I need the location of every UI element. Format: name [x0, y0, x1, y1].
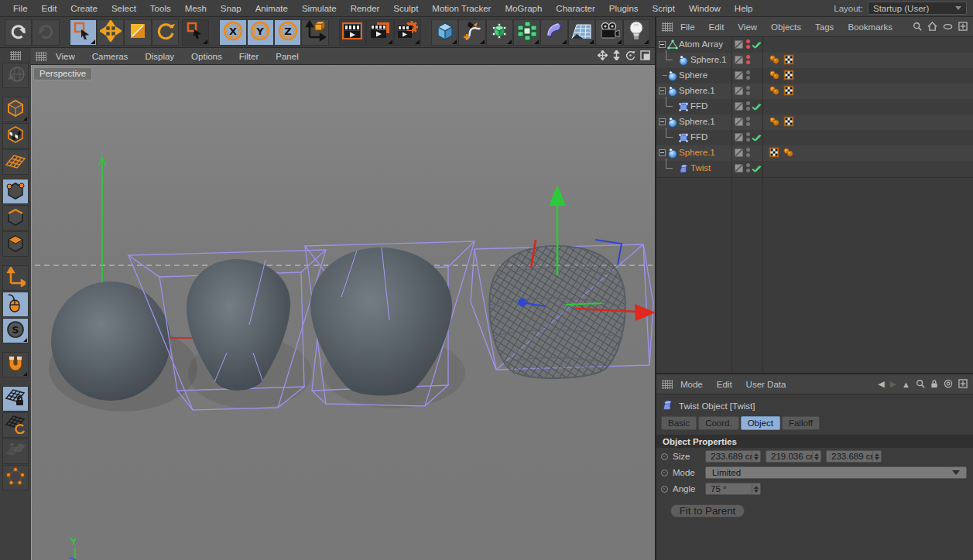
editor-visibility-dot[interactable] [746, 163, 750, 167]
menu-motion-tracker[interactable]: Motion Tracker [425, 4, 498, 13]
enable-snap-button[interactable] [2, 352, 29, 377]
target-icon[interactable] [944, 379, 953, 390]
om-menu-bookmarks[interactable]: Bookmarks [841, 22, 899, 32]
tab-object[interactable]: Object [741, 416, 780, 430]
om-menu-tags[interactable]: Tags [809, 22, 840, 32]
texture-tag-icon[interactable] [783, 54, 794, 67]
layer-icon[interactable] [735, 56, 743, 66]
object-label[interactable]: Atom Array [679, 39, 723, 49]
forward-icon[interactable]: ▶ [890, 379, 896, 389]
object-label[interactable]: Sphere [679, 70, 707, 80]
phong-tag-icon[interactable] [769, 70, 780, 82]
home-icon[interactable] [927, 22, 937, 32]
z-axis-handle[interactable] [519, 299, 527, 307]
add-panel-icon[interactable] [958, 22, 968, 32]
editor-visibility-dot[interactable] [746, 132, 750, 136]
add-camera-button[interactable] [595, 19, 622, 46]
add-floor-button[interactable] [568, 19, 595, 46]
render-visibility-dot[interactable] [746, 91, 750, 95]
object-label[interactable]: Twist [690, 163, 711, 172]
up-icon[interactable]: ▲ [902, 380, 910, 389]
am-menu-user-data[interactable]: User Data [740, 380, 793, 389]
drag-handle[interactable] [662, 22, 673, 32]
om-menu-edit[interactable]: Edit [703, 22, 731, 32]
am-menu-edit[interactable]: Edit [711, 380, 738, 389]
menu-snap[interactable]: Snap [214, 4, 248, 13]
viewport-mode-button[interactable] [2, 292, 29, 317]
render-visibility-dot[interactable] [746, 122, 750, 126]
layer-icon[interactable] [735, 40, 743, 50]
size-y-field[interactable]: 219.036 cm [766, 450, 821, 463]
phong-tag-icon[interactable] [783, 147, 794, 159]
twist-icon[interactable] [678, 163, 689, 176]
tab-falloff[interactable]: Falloff [782, 416, 820, 430]
object-label[interactable]: FFD [690, 132, 707, 142]
toggle-view-icon[interactable] [640, 50, 650, 62]
layer-icon[interactable] [735, 164, 743, 174]
layer-icon[interactable] [735, 133, 743, 143]
render-picture-viewer-button[interactable] [366, 19, 393, 46]
menu-help[interactable]: Help [728, 4, 760, 13]
polygons-mode-button[interactable] [2, 231, 29, 257]
add-light-button[interactable] [623, 19, 650, 46]
render-visibility-dot[interactable] [746, 138, 750, 142]
render-visibility-dot[interactable] [746, 60, 750, 64]
modeling-settings-button[interactable] [2, 439, 29, 464]
tree-row-sphere-1[interactable]: Sphere.1 [656, 84, 973, 99]
key-circle[interactable] [661, 486, 668, 493]
menu-select[interactable]: Select [104, 4, 143, 13]
layer-icon[interactable] [735, 118, 743, 128]
spinner-icon[interactable] [872, 451, 881, 462]
editor-visibility-dot[interactable] [746, 55, 750, 59]
undo-button[interactable] [5, 19, 32, 46]
y-axis-arrow[interactable] [549, 185, 566, 206]
menu-sculpt[interactable]: Sculpt [386, 4, 425, 13]
drag-handle[interactable] [10, 51, 21, 60]
expander-icon[interactable] [659, 149, 666, 156]
back-icon[interactable]: ◀ [878, 379, 884, 389]
menu-simulate[interactable]: Simulate [295, 4, 344, 13]
vp-menu-cameras[interactable]: Cameras [84, 52, 136, 61]
texture-tag-icon[interactable] [783, 116, 794, 128]
tree-row-ffd[interactable]: FFD [656, 99, 973, 114]
menu-create[interactable]: Create [63, 4, 104, 13]
render-visibility-dot[interactable] [746, 153, 750, 157]
phong-tag-icon[interactable] [769, 85, 780, 97]
pan-view-icon[interactable] [598, 50, 608, 62]
layer-icon[interactable] [735, 71, 743, 81]
expander-icon[interactable] [659, 87, 666, 94]
add-deformer-button[interactable] [540, 19, 567, 46]
menu-window[interactable]: Window [682, 4, 728, 13]
key-circle[interactable] [661, 470, 668, 476]
menu-mesh[interactable]: Mesh [178, 4, 214, 13]
drag-handle[interactable] [36, 52, 46, 61]
rotate-button[interactable] [152, 19, 179, 46]
search-icon[interactable] [913, 22, 922, 32]
size-z-field[interactable]: 233.689 cm [826, 450, 882, 463]
phong-tag-icon[interactable] [769, 54, 780, 67]
layer-icon[interactable] [735, 87, 743, 97]
object-label[interactable]: Sphere.1 [679, 117, 715, 126]
selection-menu-button[interactable] [182, 19, 209, 46]
axis-mode-button[interactable] [2, 265, 29, 291]
add-panel-icon[interactable] [958, 379, 968, 390]
y-axis-lock-button[interactable]: Y [247, 19, 274, 46]
texture-tag-icon[interactable] [783, 85, 794, 97]
tree-row-sphere-1[interactable]: Sphere.1 [656, 114, 973, 130]
spinner-icon[interactable] [752, 483, 760, 494]
tree-row-ffd[interactable]: FFD [656, 130, 973, 145]
menu-animate[interactable]: Animate [248, 4, 295, 13]
size-x-field[interactable]: 233.689 cm [705, 450, 761, 463]
z-axis-lock-button[interactable]: Z [274, 19, 301, 46]
workplane-lock-button[interactable] [2, 386, 29, 411]
column-divider[interactable] [731, 37, 732, 373]
om-menu-file[interactable]: File [674, 22, 701, 32]
enabled-check-icon[interactable] [752, 103, 762, 113]
object-label[interactable]: Sphere.1 [679, 86, 715, 95]
menu-plugins[interactable]: Plugins [602, 4, 646, 13]
am-menu-mode[interactable]: Mode [674, 380, 709, 389]
spinner-icon[interactable] [752, 451, 760, 462]
enabled-check-icon[interactable] [752, 165, 762, 175]
menu-file[interactable]: File [6, 4, 35, 13]
layer-icon[interactable] [735, 102, 743, 112]
